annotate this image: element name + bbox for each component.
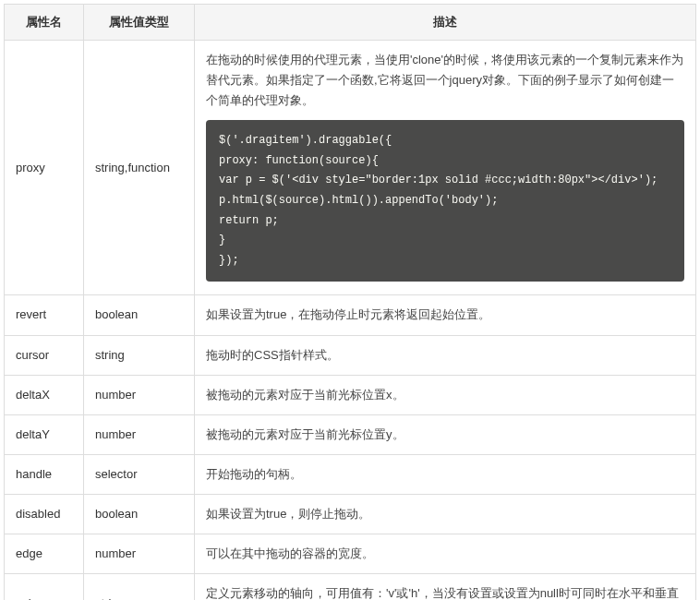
cell-property-name: handle <box>5 454 84 494</box>
cell-property-desc: 被拖动的元素对应于当前光标位置x。 <box>195 375 696 414</box>
table-row: axisstring定义元素移动的轴向，可用值有：'v'或'h'，当没有设置或设… <box>5 574 696 600</box>
header-name: 属性名 <box>5 5 84 41</box>
cell-property-name: revert <box>5 295 84 335</box>
table-row: proxystring,function在拖动的时候使用的代理元素，当使用'cl… <box>5 41 696 295</box>
cell-property-type: string,function <box>84 41 195 295</box>
cell-property-name: disabled <box>5 494 84 534</box>
cell-property-type: number <box>84 375 195 414</box>
cell-property-type: selector <box>84 454 195 494</box>
desc-text: 如果设置为true，在拖动停止时元素将返回起始位置。 <box>206 305 684 325</box>
desc-text: 拖动时的CSS指针样式。 <box>206 345 684 366</box>
table-row: revertboolean如果设置为true，在拖动停止时元素将返回起始位置。 <box>5 295 696 335</box>
table-row: edgenumber可以在其中拖动的容器的宽度。 <box>5 534 696 574</box>
table-row: handleselector开始拖动的句柄。 <box>5 454 696 494</box>
cell-property-type: number <box>84 414 195 454</box>
cell-property-name: edge <box>5 534 84 574</box>
properties-table: 属性名 属性值类型 描述 proxystring,function在拖动的时候使… <box>4 4 696 600</box>
cell-property-desc: 定义元素移动的轴向，可用值有：'v'或'h'，当没有设置或设置为null时可同时… <box>195 574 696 600</box>
header-desc: 描述 <box>195 5 696 41</box>
desc-text: 被拖动的元素对应于当前光标位置x。 <box>206 385 684 405</box>
code-block: $('.dragitem').draggable({ proxy: functi… <box>206 120 684 282</box>
cell-property-type: number <box>84 534 195 574</box>
desc-text: 被拖动的元素对应于当前光标位置y。 <box>206 425 684 445</box>
desc-text: 在拖动的时候使用的代理元素，当使用'clone'的时候，将使用该元素的一个复制元… <box>206 50 684 111</box>
table-header-row: 属性名 属性值类型 描述 <box>5 5 696 41</box>
cell-property-desc: 如果设置为true，则停止拖动。 <box>195 494 696 534</box>
table-row: deltaYnumber被拖动的元素对应于当前光标位置y。 <box>5 414 696 454</box>
cell-property-name: deltaY <box>5 414 84 454</box>
table-row: cursorstring拖动时的CSS指针样式。 <box>5 335 696 375</box>
cell-property-desc: 可以在其中拖动的容器的宽度。 <box>195 534 696 574</box>
cell-property-type: boolean <box>84 494 195 534</box>
cell-property-name: deltaX <box>5 375 84 414</box>
header-type: 属性值类型 <box>84 5 195 41</box>
desc-text: 如果设置为true，则停止拖动。 <box>206 504 684 524</box>
cell-property-desc: 拖动时的CSS指针样式。 <box>195 335 696 375</box>
table-row: disabledboolean如果设置为true，则停止拖动。 <box>5 494 696 534</box>
cell-property-type: string <box>84 574 195 600</box>
cell-property-desc: 在拖动的时候使用的代理元素，当使用'clone'的时候，将使用该元素的一个复制元… <box>195 41 696 295</box>
cell-property-desc: 被拖动的元素对应于当前光标位置y。 <box>195 414 696 454</box>
cell-property-type: string <box>84 335 195 375</box>
cell-property-desc: 如果设置为true，在拖动停止时元素将返回起始位置。 <box>195 295 696 335</box>
desc-text: 开始拖动的句柄。 <box>206 464 684 485</box>
desc-text: 可以在其中拖动的容器的宽度。 <box>206 544 684 564</box>
cell-property-name: proxy <box>5 41 84 295</box>
table-row: deltaXnumber被拖动的元素对应于当前光标位置x。 <box>5 375 696 414</box>
cell-property-name: cursor <box>5 335 84 375</box>
cell-property-desc: 开始拖动的句柄。 <box>195 454 696 494</box>
cell-property-type: boolean <box>84 295 195 335</box>
cell-property-name: axis <box>5 574 84 600</box>
desc-text: 定义元素移动的轴向，可用值有：'v'或'h'，当没有设置或设置为null时可同时… <box>206 583 684 600</box>
